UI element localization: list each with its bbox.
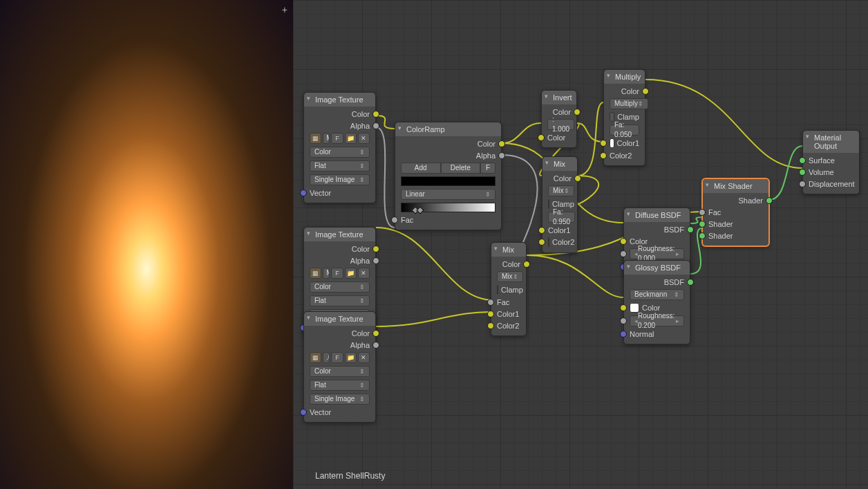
- node-image-texture-1[interactable]: Image Texture Color Alpha ▦ M.jpg F 📁 ✕ …: [303, 92, 376, 203]
- invert-fac[interactable]: : 1.000: [547, 119, 574, 130]
- node-header[interactable]: ColorRamp: [395, 122, 501, 136]
- node-mix-2[interactable]: Mix Color Mix Clamp Fac Color1 Color2: [491, 242, 527, 336]
- mix-fac[interactable]: Fa: 0.950: [548, 212, 575, 223]
- projection-select[interactable]: Flat: [310, 160, 370, 172]
- node-glossy-bsdf[interactable]: Glossy BSDF BSDF Beckmann Color ◂Roughne…: [623, 260, 690, 344]
- colorramp-add-button[interactable]: Add: [401, 163, 441, 174]
- colorramp-f-button[interactable]: F: [480, 163, 496, 174]
- unlink-icon[interactable]: ✕: [358, 268, 370, 279]
- blend-select[interactable]: Mix: [548, 185, 574, 196]
- color-swatch[interactable]: [610, 138, 614, 148]
- blend-select[interactable]: Multiply: [610, 98, 648, 109]
- node-header[interactable]: Image Texture: [304, 312, 375, 326]
- multiply-fac[interactable]: Fa: 0.050: [610, 124, 639, 136]
- node-mix-1[interactable]: Mix Color Mix Clamp Fa: 0.950 Color1 Col…: [542, 156, 578, 253]
- expand-icon[interactable]: +: [282, 4, 287, 15]
- image-icon[interactable]: ▦: [310, 268, 321, 279]
- material-name-label: Lantern ShellRusty: [315, 471, 385, 481]
- node-header[interactable]: Mix: [491, 243, 526, 257]
- node-mix-shader[interactable]: Mix Shader Shader Fac Shader Shader: [702, 178, 769, 246]
- f-button[interactable]: F: [331, 352, 343, 363]
- node-material-output[interactable]: Material Output Surface Volume Displacem…: [802, 130, 860, 194]
- f-button[interactable]: F: [331, 268, 343, 279]
- f-button[interactable]: F: [331, 133, 343, 144]
- node-wires: [293, 0, 868, 489]
- color-swatch[interactable]: [548, 237, 549, 247]
- node-header[interactable]: Diffuse BSDF: [624, 208, 690, 222]
- open-icon[interactable]: 📁: [345, 133, 357, 144]
- unlink-icon[interactable]: ✕: [358, 133, 370, 144]
- image-icon[interactable]: ▦: [310, 133, 321, 144]
- interp-select[interactable]: Linear: [401, 189, 496, 200]
- colorramp-gradient[interactable]: [401, 176, 496, 186]
- node-header[interactable]: Material Output: [803, 131, 859, 153]
- open-icon[interactable]: 📁: [345, 352, 357, 363]
- node-header[interactable]: Invert: [542, 91, 576, 104]
- node-header[interactable]: Image Texture: [304, 93, 375, 107]
- blend-select[interactable]: Mix: [497, 271, 523, 282]
- node-header[interactable]: Glossy BSDF: [624, 261, 690, 275]
- node-header[interactable]: Mix: [542, 157, 577, 171]
- roughness-field[interactable]: ◂Roughness: 0.200▸: [630, 315, 684, 326]
- colorspace-select[interactable]: Color: [310, 147, 370, 158]
- node-image-texture-3[interactable]: Image Texture Color Alpha ▦ .001 F 📁 ✕ C…: [303, 311, 376, 423]
- node-color-ramp[interactable]: ColorRamp Color Alpha Add Delete F Linea…: [395, 122, 502, 230]
- colorramp-delete-button[interactable]: Delete: [441, 163, 481, 174]
- node-header[interactable]: Image Texture: [304, 228, 375, 241]
- image-file-row[interactable]: ▦ M.jpg F 📁 ✕: [304, 131, 375, 145]
- node-multiply[interactable]: Multiply Color Multiply Clamp Fa: 0.050 …: [603, 69, 645, 166]
- clamp-checkbox[interactable]: [548, 199, 549, 209]
- image-icon[interactable]: ▦: [310, 352, 321, 363]
- source-select[interactable]: Single Image: [310, 174, 370, 185]
- unlink-icon[interactable]: ✕: [358, 352, 370, 363]
- roughness-field[interactable]: ◂Roughness: 0.000▸: [630, 248, 684, 259]
- open-icon[interactable]: 📁: [345, 268, 357, 279]
- node-header[interactable]: Mix Shader: [703, 179, 768, 193]
- node-invert[interactable]: Invert Color : 1.000 Color: [541, 90, 577, 148]
- clamp-checkbox[interactable]: [497, 285, 498, 295]
- distribution-select[interactable]: Beckmann: [630, 289, 684, 300]
- node-header[interactable]: Multiply: [604, 70, 645, 84]
- node-editor[interactable]: Image Texture Color Alpha ▦ M.jpg F 📁 ✕ …: [293, 0, 868, 489]
- render-preview: +: [0, 0, 293, 489]
- colorramp-stops[interactable]: [401, 203, 496, 212]
